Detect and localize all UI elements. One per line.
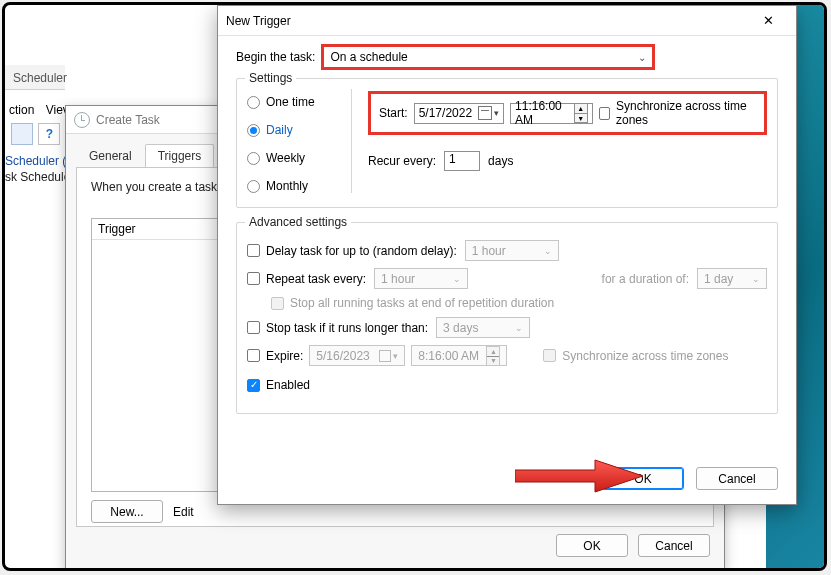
stop-longer-checkbox[interactable]: Stop task if it runs longer than: [247, 321, 428, 335]
start-date-value: 5/17/2022 [419, 106, 472, 120]
cancel-button[interactable]: Cancel [696, 467, 778, 490]
radio-monthly[interactable]: Monthly [247, 179, 335, 193]
clock-icon [74, 112, 90, 128]
start-label: Start: [379, 106, 408, 120]
delay-combo: 1 hour⌄ [465, 240, 559, 261]
repeat-checkbox[interactable]: Repeat task every: [247, 272, 366, 286]
new-button[interactable]: New... [91, 500, 163, 523]
sync-tz-checkbox[interactable]: Synchronize across time zones [599, 99, 756, 127]
toolbar-icon[interactable] [11, 123, 33, 145]
expire-checkbox[interactable]: Expire: [247, 349, 303, 363]
expire-time-field: 8:16:00 AM ▲▼ [411, 345, 507, 366]
repeat-dur-combo: 1 day⌄ [697, 268, 767, 289]
radio-onetime[interactable]: One time [247, 95, 335, 109]
begin-task-combo[interactable]: On a schedule ⌄ [323, 46, 653, 68]
advanced-legend: Advanced settings [245, 215, 351, 229]
recur-label: Recur every: [368, 154, 436, 168]
tab-triggers[interactable]: Triggers [145, 144, 215, 167]
recur-input[interactable]: 1 [444, 151, 480, 171]
calendar-icon [478, 106, 492, 120]
enabled-checkbox[interactable]: Enabled [247, 378, 310, 392]
scheduler-title: Scheduler [5, 65, 65, 90]
sync-tz-label: Synchronize across time zones [616, 99, 756, 127]
repeat-combo: 1 hour⌄ [374, 268, 468, 289]
radio-daily[interactable]: Daily [247, 123, 335, 137]
radio-weekly[interactable]: Weekly [247, 151, 335, 165]
start-date-field[interactable]: 5/17/2022 ▾ [414, 103, 504, 124]
radio-monthly-label: Monthly [266, 179, 308, 193]
time-spinner: ▲▼ [486, 346, 500, 366]
help-icon[interactable] [38, 123, 60, 145]
create-task-ok-button[interactable]: OK [556, 534, 628, 557]
enabled-label: Enabled [266, 378, 310, 392]
tree: Scheduler (L sk Schedule [5, 153, 73, 185]
stop-longer-label: Stop task if it runs longer than: [266, 321, 428, 335]
start-row: Start: 5/17/2022 ▾ 11:16:00 AM ▲▼ Synchr… [368, 91, 767, 135]
begin-task-label: Begin the task: [236, 50, 315, 64]
time-spinner[interactable]: ▲▼ [574, 103, 588, 123]
delay-label: Delay task for up to (random delay): [266, 244, 457, 258]
menu-action[interactable]: ction [5, 101, 38, 119]
expire-date-field: 5/16/2023▾ [309, 345, 405, 366]
stop-longer-combo: 3 days⌄ [436, 317, 530, 338]
radio-weekly-label: Weekly [266, 151, 305, 165]
recur-unit: days [488, 154, 513, 168]
close-icon[interactable]: ✕ [748, 8, 788, 34]
new-trigger-title: New Trigger [226, 14, 291, 28]
edit-button[interactable]: Edit [173, 500, 194, 523]
expire-sync-label: Synchronize across time zones [562, 349, 728, 363]
tree-item-scheduler[interactable]: Scheduler (L [5, 153, 73, 169]
chevron-down-icon: ⌄ [638, 52, 646, 63]
ok-button[interactable]: OK [602, 467, 684, 490]
tab-general[interactable]: General [76, 144, 145, 167]
scheduler-menu: ction Viev [5, 101, 73, 119]
expire-sync-checkbox: Synchronize across time zones [543, 349, 728, 363]
repeat-stop-checkbox: Stop all running tasks at end of repetit… [271, 296, 554, 310]
begin-task-value: On a schedule [330, 50, 407, 64]
repeat-dur-label: for a duration of: [602, 272, 689, 286]
radio-daily-label: Daily [266, 123, 293, 137]
settings-group: Settings One time Daily Weekly Monthly S… [236, 78, 778, 208]
start-time-value: 11:16:00 AM [515, 99, 570, 127]
repeat-label: Repeat task every: [266, 272, 366, 286]
tree-item-library[interactable]: sk Schedule [5, 169, 73, 185]
create-task-title: Create Task [96, 113, 160, 127]
new-trigger-dialog: New Trigger ✕ Begin the task: On a sched… [217, 5, 797, 505]
start-time-field[interactable]: 11:16:00 AM ▲▼ [510, 103, 593, 124]
repeat-stop-label: Stop all running tasks at end of repetit… [290, 296, 554, 310]
expire-label: Expire: [266, 349, 303, 363]
delay-checkbox[interactable]: Delay task for up to (random delay): [247, 244, 457, 258]
create-task-cancel-button[interactable]: Cancel [638, 534, 710, 557]
advanced-group: Advanced settings Delay task for up to (… [236, 222, 778, 414]
settings-legend: Settings [245, 71, 296, 85]
chevron-down-icon[interactable]: ▾ [494, 108, 499, 118]
radio-onetime-label: One time [266, 95, 315, 109]
